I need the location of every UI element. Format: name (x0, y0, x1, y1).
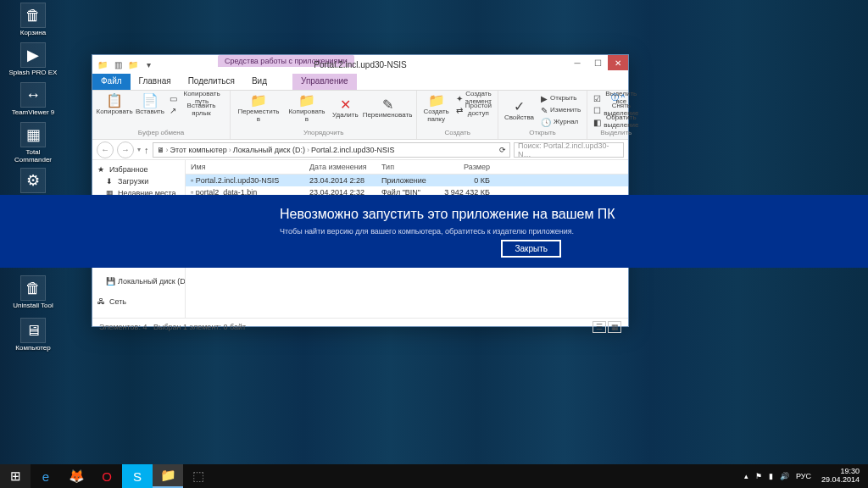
taskbar-explorer[interactable]: 📁 (153, 464, 183, 488)
forward-button[interactable]: → (117, 141, 134, 158)
copy-button[interactable]: 📋Копировать (96, 92, 133, 117)
item-count: Элементов: 4 (99, 323, 147, 331)
details-view-icon[interactable]: ☰ (593, 321, 606, 333)
group-clipboard: Буфер обмена (96, 129, 226, 137)
download-icon: ⬇ (106, 177, 114, 186)
close-button[interactable]: ✕ (608, 55, 628, 70)
props-icon: ✓ (514, 99, 525, 114)
paste-button[interactable]: 📄Вставить (135, 92, 165, 117)
folder-icon: 📁 (97, 58, 108, 70)
selection-info: Выбран 1 элемент: 0 байт (153, 323, 246, 331)
icon-label: Splash PRO EX (8, 69, 58, 77)
col-type[interactable]: Тип (376, 163, 436, 171)
ribbon-tabs: Файл Главная Поделиться Вид Управление (92, 74, 628, 91)
breadcrumb-item[interactable]: Portal.2.incl.upd30-NSIS (311, 146, 395, 154)
tab-file[interactable]: Файл (92, 74, 131, 90)
breadcrumb-item[interactable]: Локальный диск (D:) (233, 146, 305, 154)
icon-label: TeamViewer 9 (8, 109, 58, 117)
file-icon: ▫ (191, 176, 193, 185)
titlebar: 📁 ▥ 📁 ▾ Средства работы с приложениями P… (92, 55, 628, 74)
desktop-icon[interactable]: ▦Total Commander (8, 122, 58, 164)
breadcrumb[interactable]: 🖥› Этот компьютер› Локальный диск (D:)› … (153, 142, 511, 158)
move-icon: 📁 (250, 93, 267, 108)
desktop-icon[interactable]: 🖥Компьютер (8, 318, 58, 352)
tray-flag-icon[interactable]: ⚑ (755, 472, 762, 480)
sidebar-favorites[interactable]: ★Избранное (94, 164, 183, 175)
new-folder-icon[interactable]: 📁 (127, 58, 139, 70)
col-date[interactable]: Дата изменения (304, 163, 376, 171)
sidebar-downloads[interactable]: ⬇Загрузки (94, 175, 183, 187)
tray-clock[interactable]: 19:3029.04.2014 (818, 468, 863, 485)
app-icon: 🗑 (20, 275, 46, 301)
search-input[interactable]: Поиск: Portal.2.incl.upd30-N… (514, 142, 624, 158)
ribbon-collapse-icon[interactable]: ⓘ ^ (611, 92, 625, 103)
select-invert-button[interactable]: ◧Обратить выделение (591, 116, 641, 128)
app-icon: 🖥 (20, 318, 46, 343)
paste-shortcut-button[interactable]: ↗Вставить ярлык (167, 104, 226, 116)
col-size[interactable]: Размер (436, 163, 495, 171)
shortcut-icon: ↗ (170, 106, 176, 115)
rename-button[interactable]: ✎Переименовать (362, 92, 414, 125)
move-to-button[interactable]: 📁Переместить в (234, 92, 283, 125)
back-button[interactable]: ← (97, 141, 114, 158)
tab-manage[interactable]: Управление (292, 74, 357, 90)
tray-network-icon[interactable]: ▮ (769, 472, 773, 480)
history-icon: 🕓 (541, 118, 551, 127)
newitem-icon: ✦ (456, 94, 463, 103)
error-dialog: Невозможно запустить это приложение на в… (0, 195, 868, 268)
tab-view[interactable]: Вид (243, 74, 275, 90)
file-row[interactable]: ▫ Portal.2.incl.upd30-NSIS23.04.2014 2:2… (186, 175, 628, 186)
new-folder-button[interactable]: 📁Создать папку (420, 92, 451, 125)
recent-dropdown-icon[interactable]: ▾ (137, 146, 141, 153)
refresh-icon[interactable]: ⟳ (499, 146, 506, 154)
desktop-icon[interactable]: ▶Splash PRO EX (8, 42, 58, 77)
tray-volume-icon[interactable]: 🔊 (780, 472, 789, 480)
up-button[interactable]: ↑ (144, 145, 149, 155)
easy-access-button[interactable]: ⇄Простой доступ (453, 104, 494, 116)
tab-home[interactable]: Главная (131, 74, 180, 90)
breadcrumb-item[interactable]: Этот компьютер (170, 146, 227, 154)
app-icon: ⚙ (20, 168, 46, 193)
tab-share[interactable]: Поделиться (180, 74, 243, 90)
tray-lang[interactable]: РУС (796, 472, 811, 480)
dialog-title: Невозможно запустить это приложение на в… (280, 207, 783, 222)
close-dialog-button[interactable]: Закрыть (501, 240, 561, 258)
tiles-view-icon[interactable]: ▦ (608, 321, 621, 333)
app-icon: ↔ (20, 82, 46, 108)
start-button[interactable]: ⊞ (0, 464, 31, 488)
system-tray: ▴ ⚑ ▮ 🔊 РУС 19:3029.04.2014 (739, 468, 868, 485)
path-icon: ▭ (170, 94, 177, 103)
icon-label: Uninstall Tool (8, 302, 58, 310)
desktop-icon[interactable]: ↔TeamViewer 9 (8, 82, 58, 117)
edit-button[interactable]: ✎Изменить (538, 104, 583, 116)
maximize-button[interactable]: ☐ (587, 55, 608, 70)
taskbar-skype[interactable]: S (122, 464, 153, 488)
delete-button[interactable]: ✕Удалить (331, 92, 360, 125)
edit-icon: ✎ (541, 106, 548, 115)
col-name[interactable]: Имя (186, 163, 304, 171)
desktop-icon[interactable]: 🗑Корзина (8, 3, 58, 37)
selnone-icon: ☐ (593, 106, 601, 115)
group-open: Открыть (502, 129, 583, 137)
qa-dropdown-icon[interactable]: ▾ (142, 58, 154, 70)
selinv-icon: ◧ (593, 118, 601, 127)
tray-up-icon[interactable]: ▴ (744, 472, 748, 480)
taskbar-ie[interactable]: e (31, 464, 61, 488)
taskbar-opera[interactable]: O (92, 464, 122, 488)
copy-to-button[interactable]: 📁Копировать в (285, 92, 329, 125)
app-icon: 🗑 (20, 3, 46, 28)
props-icon[interactable]: ▥ (112, 58, 124, 70)
quick-access: 📁 ▥ 📁 ▾ (92, 58, 159, 70)
sidebar-network[interactable]: 🖧Сеть (94, 296, 183, 308)
rename-icon: ✎ (382, 97, 393, 112)
open-button[interactable]: ▶Открыть (538, 92, 583, 104)
desktop-icon[interactable]: 🗑Uninstall Tool (8, 275, 58, 310)
taskbar-app[interactable]: ⬚ (183, 464, 214, 488)
properties-button[interactable]: ✓Свойства (502, 92, 537, 128)
taskbar-firefox[interactable]: 🦊 (61, 464, 92, 488)
history-button[interactable]: 🕓Журнал (538, 116, 583, 128)
group-new: Создать (420, 129, 494, 137)
minimize-button[interactable]: ─ (567, 55, 587, 70)
sidebar-drive-d[interactable]: 💾Локальный диск (D (94, 275, 183, 287)
drive-icon: 💾 (106, 277, 114, 286)
